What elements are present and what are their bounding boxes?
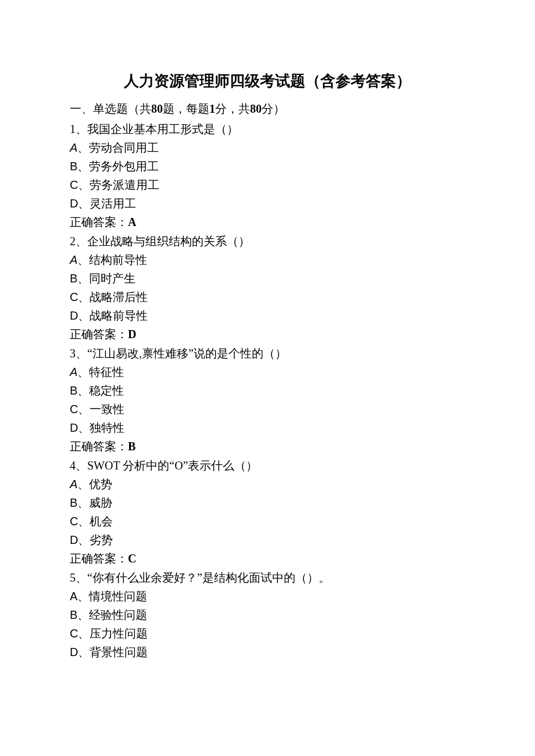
option-letter: D [70,309,78,322]
option-sep: 、 [77,141,89,154]
section-prefix: 一、单选题（共 [70,102,151,115]
question-block: 5、“你有什么业余爱好？”是结构化面试中的（）。A、情境性问题B、经验性问题C、… [70,569,465,661]
option-sep: 、 [77,478,89,490]
option: D、独特性 [70,419,465,437]
option-text: 战略滞后性 [90,291,148,303]
question-block: 2、企业战略与组织结构的关系（）A、结构前导性B、同时产生C、战略滞后性D、战略… [70,232,465,343]
answer-label: 正确答案： [70,552,128,565]
option-sep: 、 [78,533,90,546]
option: B、稳定性 [70,382,465,400]
option: C、机会 [70,513,465,531]
option-sep: 、 [78,403,90,415]
option-letter: B [70,496,77,509]
section-per: 1 [209,102,215,115]
option-sep: 、 [77,590,89,603]
question-block: 3、“江山易改,禀性难移”说的是个性的（）A、特征性B、稳定性C、一致性D、独特… [70,345,465,456]
section-header: 一、单选题（共80题，每题1分，共80分） [70,100,465,118]
option-text: 情境性问题 [89,590,147,603]
option-sep: 、 [78,646,90,658]
option-letter: D [70,197,78,210]
option-text: 劳动合同用工 [89,141,159,154]
question-stem: 我国企业基本用工形式是（） [87,123,238,135]
question-block: 4、SWOT 分析中的“O”表示什么（）A、优势B、威胁C、机会D、劣势正确答案… [70,457,465,568]
option-text: 背景性问题 [90,646,148,658]
option-sep: 、 [78,421,90,434]
answer-value: A [128,216,136,228]
option-sep: 、 [78,178,90,191]
questions-list: 1、我国企业基本用工形式是（）A、劳动合同用工B、劳务外包用工C、劳务派遣用工D… [70,120,465,661]
answer-line: 正确答案：A [70,213,465,231]
question-text: 5、“你有什么业余爱好？”是结构化面试中的（）。 [70,569,465,587]
option: C、战略滞后性 [70,288,465,306]
section-suffix: 分） [262,102,285,115]
answer-value: D [128,328,136,341]
question-text: 4、SWOT 分析中的“O”表示什么（） [70,457,465,475]
option-letter: A [70,478,77,490]
option-text: 一致性 [90,403,124,415]
option-text: 特征性 [89,366,124,378]
option-sep: 、 [78,309,90,322]
option-letter: A [70,590,77,603]
option-letter: C [70,515,78,528]
option-letter: D [70,421,78,434]
option-text: 压力性问题 [90,627,148,640]
option: A、劳动合同用工 [70,139,465,157]
option-sep: 、 [78,627,90,640]
question-text: 2、企业战略与组织结构的关系（） [70,232,465,250]
question-text: 1、我国企业基本用工形式是（） [70,120,465,138]
option-text: 结构前导性 [89,253,147,266]
option-text: 劳务外包用工 [89,160,159,173]
question-stem: “江山易改,禀性难移”说的是个性的（） [87,347,287,360]
option-letter: B [70,608,77,621]
option-letter: A [70,141,77,154]
option: B、经验性问题 [70,606,465,624]
option-letter: C [70,291,78,303]
page-title: 人力资源管理师四级考试题（含参考答案） [70,70,465,93]
question-number: 4、 [70,459,87,472]
option: D、背景性问题 [70,643,465,661]
option-sep: 、 [77,160,89,173]
answer-line: 正确答案：B [70,438,465,456]
option: D、灵活用工 [70,195,465,213]
option: B、威胁 [70,494,465,512]
answer-value: C [128,552,136,565]
option-text: 优势 [89,478,112,490]
option-letter: C [70,627,78,640]
section-count: 80 [151,102,163,115]
option-sep: 、 [77,496,89,509]
option: D、战略前导性 [70,307,465,325]
option-letter: B [70,272,77,285]
option-text: 独特性 [90,421,124,434]
question-text: 3、“江山易改,禀性难移”说的是个性的（） [70,345,465,363]
option: A、情境性问题 [70,587,465,605]
question-stem: 企业战略与组织结构的关系（） [87,235,250,248]
option-letter: A [70,366,77,378]
option-sep: 、 [77,384,89,397]
option-letter: B [70,384,77,397]
option-letter: D [70,646,78,658]
option-sep: 、 [77,608,89,621]
question-number: 3、 [70,347,87,360]
option-text: 威胁 [89,496,112,509]
option-letter: B [70,160,77,173]
section-mid1: 题，每题 [163,102,209,115]
option-text: 稳定性 [89,384,124,397]
option-text: 劣势 [90,533,113,546]
option-sep: 、 [78,291,90,303]
option-letter: D [70,533,78,546]
answer-line: 正确答案：D [70,325,465,343]
answer-value: B [128,440,135,453]
question-block: 1、我国企业基本用工形式是（）A、劳动合同用工B、劳务外包用工C、劳务派遣用工D… [70,120,465,231]
option: C、劳务派遣用工 [70,176,465,194]
option: C、压力性问题 [70,625,465,643]
option: B、劳务外包用工 [70,157,465,175]
option-letter: C [70,178,78,191]
section-total: 80 [250,102,262,115]
question-stem: “你有什么业余爱好？”是结构化面试中的（）。 [87,571,330,584]
option-sep: 、 [77,366,89,378]
option-letter: C [70,403,78,415]
question-number: 5、 [70,571,87,584]
option: A、优势 [70,475,465,493]
option-sep: 、 [78,515,90,528]
option: A、结构前导性 [70,251,465,269]
